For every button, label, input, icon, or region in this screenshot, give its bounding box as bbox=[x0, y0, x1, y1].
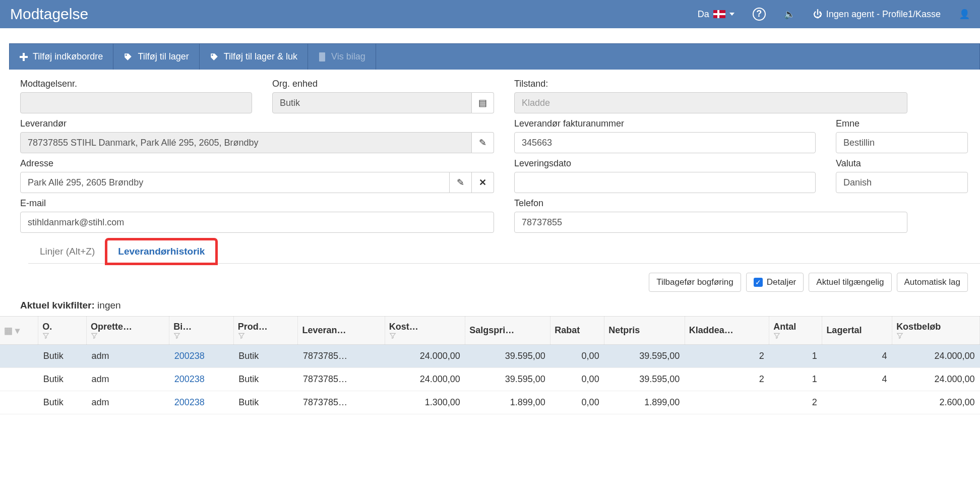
emne-label: Emne bbox=[836, 118, 968, 129]
tilbagefoer-button[interactable]: Tilbagefør bogføring bbox=[649, 273, 741, 292]
add-po-button[interactable]: Tilføj indkøbordre bbox=[10, 44, 113, 70]
language-selector[interactable]: Da bbox=[698, 9, 734, 20]
modtagelsenr-label: Modtagelsenr. bbox=[20, 79, 252, 89]
valuta-label: Valuta bbox=[836, 158, 968, 169]
bi-link[interactable]: 200238 bbox=[174, 397, 205, 407]
add-stock-button[interactable]: Tilføj til lager bbox=[113, 44, 199, 70]
valuta-input[interactable] bbox=[836, 172, 968, 193]
show-attach-button: Vis bilag bbox=[308, 44, 376, 70]
list-icon bbox=[478, 97, 487, 108]
power-icon bbox=[813, 9, 822, 20]
tag-icon bbox=[124, 52, 133, 61]
bi-link[interactable]: 200238 bbox=[174, 351, 205, 361]
close-icon bbox=[479, 177, 486, 188]
col-header[interactable]: Oprette… bbox=[86, 317, 169, 345]
filter-icon[interactable] bbox=[91, 332, 165, 339]
aktuel-button[interactable]: Aktuel tilgængelig bbox=[809, 273, 891, 292]
checkbox-checked-icon: ✓ bbox=[754, 278, 763, 287]
add-stock-label: Tilføj til lager bbox=[138, 51, 189, 62]
leverandor-edit-button[interactable] bbox=[472, 132, 494, 153]
agent-selector[interactable]: Ingen agent - Profile1/Kasse bbox=[813, 9, 941, 20]
plus-icon bbox=[20, 53, 28, 61]
autolag-button[interactable]: Automatisk lag bbox=[897, 273, 968, 292]
col-header[interactable]: Antal bbox=[769, 317, 822, 345]
filter-prefix: Aktuel kvikfilter: bbox=[20, 300, 95, 311]
svg-rect-2 bbox=[319, 52, 325, 61]
add-po-label: Tilføj indkøbordre bbox=[33, 51, 103, 62]
caret-down-icon bbox=[729, 13, 734, 16]
filter-icon[interactable] bbox=[173, 332, 229, 339]
toolbar: Tilføj indkøbordre Tilføj til lager Tilf… bbox=[9, 43, 980, 70]
tab-leverandorhistorik[interactable]: Leverandørhistorik bbox=[106, 239, 216, 264]
actions-row: Tilbagefør bogføring ✓ Detaljer Aktuel t… bbox=[0, 264, 980, 297]
quickfilter-label: Aktuel kvikfilter: ingen bbox=[0, 297, 980, 316]
detaljer-toggle[interactable]: ✓ Detaljer bbox=[746, 273, 804, 292]
tabs: Linjer (Alt+Z) Leverandørhistorik bbox=[28, 239, 980, 264]
filter-icon[interactable] bbox=[238, 332, 294, 339]
topbar: Modtagelse Da Ingen agent - Profile1/Kas… bbox=[0, 0, 980, 28]
tag-icon bbox=[210, 52, 219, 61]
tilstand-value: Kladde bbox=[514, 92, 907, 113]
adresse-input[interactable] bbox=[20, 172, 450, 193]
col-header[interactable]: Leveran… bbox=[298, 317, 385, 345]
agent-label: Ingen agent - Profile1/Kasse bbox=[826, 9, 941, 20]
col-header[interactable]: Netpris bbox=[604, 317, 685, 345]
table-row[interactable]: Butikadm200238Butik7873785…24.000,0039.5… bbox=[0, 368, 980, 391]
leveringsdato-label: Leveringsdato bbox=[514, 158, 816, 169]
filter-value: ingen bbox=[97, 300, 121, 311]
svg-rect-1 bbox=[20, 56, 28, 58]
col-header[interactable]: Salgspri… bbox=[465, 317, 550, 345]
email-label: E-mail bbox=[20, 198, 494, 209]
telefon-input[interactable] bbox=[514, 212, 907, 233]
col-header[interactable]: Kost… bbox=[385, 317, 465, 345]
col-header[interactable]: Kladdea… bbox=[685, 317, 769, 345]
email-input[interactable] bbox=[20, 212, 494, 233]
filter-icon[interactable] bbox=[773, 332, 818, 339]
col-header[interactable]: Lagertal bbox=[822, 317, 892, 345]
faktura-label: Leverandør fakturanummer bbox=[514, 118, 816, 129]
tab-linjer[interactable]: Linjer (Alt+Z) bbox=[28, 239, 106, 264]
user-icon bbox=[959, 9, 970, 20]
grid: ▦ ▾O. Oprette… Bi… Prod… Leveran…Kost… S… bbox=[0, 316, 980, 414]
leveringsdato-input[interactable] bbox=[514, 172, 816, 193]
user-button[interactable] bbox=[959, 9, 970, 20]
page-title: Modtagelse bbox=[10, 6, 88, 23]
col-header[interactable]: O. bbox=[38, 317, 87, 345]
bi-link[interactable]: 200238 bbox=[174, 374, 205, 384]
org-picker-button[interactable] bbox=[472, 92, 494, 113]
document-icon bbox=[318, 52, 326, 61]
add-stock-close-button[interactable]: Tilføj til lager & luk bbox=[200, 44, 308, 70]
col-header[interactable]: Kostbeløb bbox=[892, 317, 980, 345]
help-button[interactable] bbox=[753, 8, 766, 21]
adresse-clear-button[interactable] bbox=[472, 172, 494, 193]
lang-label: Da bbox=[698, 9, 709, 20]
add-stock-close-label: Tilføj til lager & luk bbox=[224, 51, 297, 62]
table-row[interactable]: Butikadm200238Butik7873785…24.000,0039.5… bbox=[0, 345, 980, 368]
edit-icon bbox=[457, 177, 464, 188]
col-header[interactable]: Bi… bbox=[169, 317, 234, 345]
col-selector[interactable]: ▦ ▾ bbox=[0, 317, 38, 345]
edit-icon bbox=[479, 137, 486, 148]
adresse-label: Adresse bbox=[20, 158, 494, 169]
leverandor-label: Leverandør bbox=[20, 118, 494, 129]
org-label: Org. enhed bbox=[272, 79, 494, 89]
leverandor-value: 78737855 STIHL Danmark, Park Allé 295, 2… bbox=[20, 132, 472, 153]
faktura-input[interactable] bbox=[514, 132, 816, 153]
col-header[interactable]: Prod… bbox=[233, 317, 298, 345]
emne-input[interactable] bbox=[836, 132, 968, 153]
flag-dk-icon bbox=[713, 10, 725, 18]
adresse-edit-button[interactable] bbox=[450, 172, 472, 193]
filter-icon[interactable] bbox=[42, 332, 82, 339]
col-header[interactable]: Rabat bbox=[550, 317, 604, 345]
sound-button[interactable] bbox=[784, 9, 795, 20]
filter-icon[interactable] bbox=[896, 332, 975, 339]
detaljer-label: Detaljer bbox=[767, 277, 797, 287]
grid-header-row: ▦ ▾O. Oprette… Bi… Prod… Leveran…Kost… S… bbox=[0, 317, 980, 345]
tilstand-label: Tilstand: bbox=[514, 79, 907, 89]
table-row[interactable]: Butikadm200238Butik7873785…1.300,001.899… bbox=[0, 391, 980, 414]
filter-icon[interactable] bbox=[389, 332, 461, 339]
modtagelsenr-value bbox=[20, 92, 252, 113]
show-attach-label: Vis bilag bbox=[331, 51, 365, 62]
sound-icon bbox=[784, 9, 795, 20]
telefon-label: Telefon bbox=[514, 198, 907, 209]
